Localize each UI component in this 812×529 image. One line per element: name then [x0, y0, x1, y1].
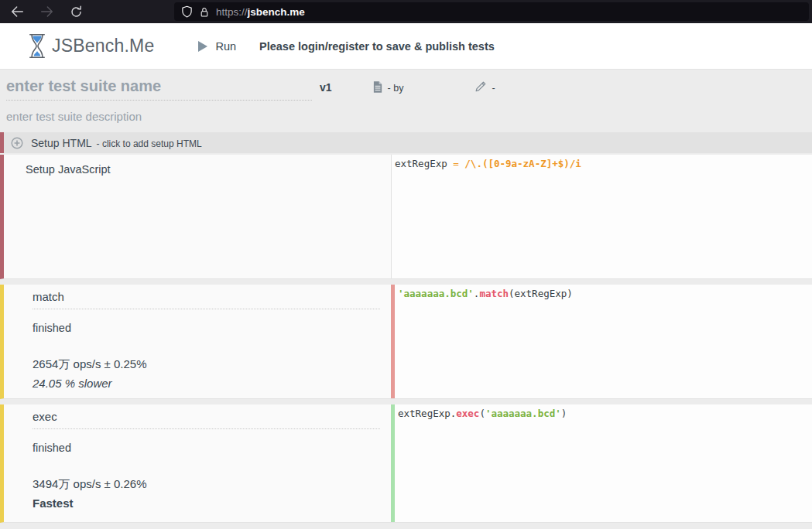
test-verdict: Fastest — [33, 497, 391, 510]
test-status: finished — [33, 322, 391, 334]
test-exec-left: exec finished 3494万 ops/s ± 0.26% Fastes… — [4, 404, 391, 522]
url-scheme: https:// — [216, 6, 248, 18]
suite-description-input[interactable]: enter test suite description — [6, 110, 806, 123]
test-verdict: 24.05 % slower — [33, 377, 391, 390]
test-name-input[interactable]: exec — [33, 410, 380, 429]
test-exec-code-panel: extRegExp.exec('aaaaaaa.bcd') — [391, 404, 812, 522]
app-header: JSBench.Me Run Please login/register to … — [0, 23, 812, 70]
url-text: https://jsbench.me — [216, 6, 305, 18]
lock-icon[interactable] — [198, 5, 211, 18]
back-arrow-icon — [11, 5, 24, 18]
setup-html-hint: - click to add setup HTML — [97, 138, 202, 149]
forward-arrow-icon — [40, 5, 53, 18]
document-icon — [373, 81, 382, 96]
run-label: Run — [215, 40, 236, 53]
shield-icon[interactable] — [180, 5, 193, 18]
test-panel-exec: exec finished 3494万 ops/s ± 0.26% Fastes… — [0, 404, 812, 523]
forward-button[interactable] — [39, 4, 54, 19]
suite-name-input[interactable]: enter test suite name — [6, 77, 312, 101]
hourglass-icon — [28, 32, 46, 60]
test-result: 2654万 ops/s ± 0.25% — [33, 357, 391, 372]
brand-name: JSBench.Me — [52, 36, 154, 56]
setup-html-bar[interactable]: Setup HTML - click to add setup HTML — [0, 132, 812, 153]
browser-toolbar: https://jsbench.me — [0, 0, 812, 23]
plus-circle-icon — [11, 137, 23, 149]
test-exec-code-editor[interactable]: extRegExp.exec('aaaaaaa.bcd') — [395, 404, 812, 423]
suite-header: enter test suite name v1 - by - — [0, 70, 812, 132]
hourglass-sand-bottom — [34, 51, 40, 56]
suite-version-badge: v1 — [320, 81, 332, 94]
jsbench-page: https://jsbench.me JSBench.Me Run — [0, 0, 812, 529]
setup-js-code-editor[interactable]: extRegExp = /\.([0-9a-zA-Z]+$)/i — [392, 155, 812, 173]
suite-modified: - — [492, 83, 495, 94]
test-match-code-panel: 'aaaaaaa.bcd'.match(extRegExp) — [391, 285, 812, 398]
setup-js-label: Setup JavaScript — [26, 163, 391, 176]
test-match-code-editor[interactable]: 'aaaaaaa.bcd'.match(extRegExp) — [395, 285, 812, 303]
login-register-notice[interactable]: Please login/register to save & publish … — [259, 40, 495, 53]
suite-author: - by — [388, 83, 404, 94]
url-bar[interactable]: https://jsbench.me — [174, 2, 809, 21]
setup-js-panel: Setup JavaScript extRegExp = /\.([0-9a-z… — [0, 155, 812, 279]
back-button[interactable] — [9, 4, 25, 19]
url-domain: jsbench.me — [248, 6, 305, 18]
pencil-icon — [475, 81, 486, 96]
test-panel-match: match finished 2654万 ops/s ± 0.25% 24.05… — [0, 285, 812, 399]
run-button[interactable]: Run — [197, 40, 236, 53]
test-status: finished — [33, 442, 391, 454]
test-result: 3494万 ops/s ± 0.26% — [33, 477, 391, 492]
play-icon — [197, 40, 208, 53]
setup-html-title: Setup HTML — [31, 137, 92, 149]
test-name-input[interactable]: match — [33, 290, 380, 309]
refresh-button[interactable] — [68, 4, 84, 19]
jsbench-logo[interactable]: JSBench.Me — [28, 32, 154, 60]
suite-title-row: enter test suite name v1 - by - — [6, 77, 806, 101]
test-match-left: match finished 2654万 ops/s ± 0.25% 24.05… — [4, 285, 391, 398]
setup-js-left: Setup JavaScript — [4, 155, 391, 278]
refresh-icon — [70, 5, 83, 19]
setup-js-code-panel: extRegExp = /\.([0-9a-zA-Z]+$)/i — [391, 155, 812, 278]
